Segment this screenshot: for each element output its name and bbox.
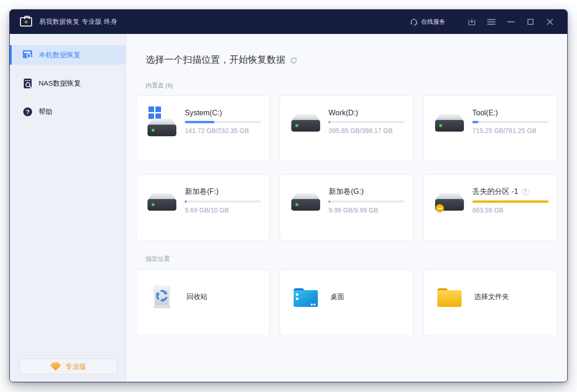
location-label: 选择文件夹 — [474, 292, 509, 301]
drive-usage-bar — [329, 200, 405, 203]
sidebar-item-local-recovery[interactable]: 本机数据恢复 — [10, 45, 126, 65]
drive-usage-bar — [472, 121, 549, 123]
drive-capacity: 395.85 GB/398.17 GB — [329, 127, 405, 134]
app-window: + 易我数据恢复 专业版 终身 在线服务 — [9, 9, 568, 382]
drive-name: 丢失的分区 -1 — [472, 187, 518, 197]
headset-icon — [410, 18, 418, 26]
sidebar-item-help[interactable]: 帮助 — [10, 102, 126, 121]
drive-card-tool-e[interactable]: Tool(E:) 715.25 GB/781.25 GB — [423, 95, 557, 161]
titlebar: + 易我数据恢复 专业版 终身 在线服务 — [10, 10, 567, 34]
drive-usage-bar — [185, 121, 261, 123]
help-icon — [22, 106, 33, 117]
nas-recovery-icon — [22, 78, 33, 88]
download-button[interactable] — [465, 15, 479, 29]
internal-drives-label: 内置盘 (6) — [146, 81, 557, 90]
drive-capacity: 9.99 GB/9.99 GB — [329, 206, 405, 214]
refresh-button[interactable] — [290, 57, 297, 64]
lost-partition-help-icon[interactable]: ? — [522, 188, 529, 195]
drive-capacity: 9.69 GB/10 GB — [185, 206, 261, 214]
locations-grid: 回收站 桌面 选择文件夹 — [136, 270, 557, 336]
recycle-bin-icon — [149, 284, 174, 310]
drive-capacity: 715.25 GB/781.25 GB — [472, 127, 549, 134]
maximize-icon — [527, 19, 534, 25]
drive-card-lost-partition[interactable]: 丢失的分区 -1 ? 663.59 GB — [423, 174, 557, 240]
drive-card-system-c[interactable]: System(C:) 141.72 GB/232.35 GB — [136, 95, 270, 161]
drive-name: 新加卷(F:) — [185, 187, 261, 197]
drive-card-new-volume-f[interactable]: 新加卷(F:) 9.69 GB/10 GB — [136, 174, 270, 240]
pro-version-button[interactable]: 专业版 — [19, 359, 117, 374]
app-title: 易我数据恢复 专业版 终身 — [39, 18, 117, 26]
choose-folder-card[interactable]: 选择文件夹 — [423, 270, 557, 336]
drive-capacity: 141.72 GB/232.35 GB — [185, 127, 261, 134]
internal-drives-grid: System(C:) 141.72 GB/232.35 GB Work(D:) … — [136, 95, 557, 240]
pro-version-label: 专业版 — [66, 362, 87, 371]
close-button[interactable] — [543, 15, 557, 29]
recycle-bin-card[interactable]: 回收站 — [136, 270, 270, 336]
hdd-icon — [148, 186, 177, 215]
hdd-icon — [291, 106, 321, 136]
hdd-icon — [435, 106, 465, 136]
hdd-icon — [291, 186, 321, 215]
maximize-button[interactable] — [523, 15, 537, 29]
sidebar-item-label: NAS数据恢复 — [39, 79, 81, 88]
drive-name: Tool(E:) — [472, 109, 549, 117]
specified-locations-label: 指定位置 — [146, 255, 557, 263]
hdd-lost-icon — [435, 186, 465, 215]
close-icon — [547, 19, 553, 25]
online-service-label: 在线服务 — [421, 18, 445, 26]
drive-name: System(C:) — [185, 109, 261, 117]
gem-icon — [50, 362, 61, 371]
folder-icon — [437, 284, 462, 310]
minimize-icon — [507, 21, 515, 23]
location-label: 桌面 — [330, 292, 344, 301]
location-label: 回收站 — [187, 292, 208, 301]
local-recovery-icon — [22, 50, 33, 60]
minimize-button[interactable] — [504, 15, 518, 29]
drive-usage-bar — [472, 200, 549, 203]
hamburger-menu-icon — [487, 19, 496, 25]
desktop-card[interactable]: 桌面 — [280, 270, 414, 336]
drive-card-new-volume-g[interactable]: 新加卷(G:) 9.99 GB/9.99 GB — [280, 174, 414, 240]
sidebar-item-label: 本机数据恢复 — [39, 51, 81, 60]
refresh-icon — [290, 57, 297, 64]
online-service-button[interactable]: 在线服务 — [410, 18, 445, 26]
windows-logo-icon — [148, 106, 161, 119]
sidebar-item-label: 帮助 — [39, 107, 53, 116]
desktop-folder-icon — [293, 284, 318, 310]
page-title: 选择一个扫描位置，开始恢复数据 — [146, 53, 285, 66]
menu-button[interactable] — [484, 15, 498, 29]
drive-usage-bar — [185, 200, 261, 203]
sidebar: 本机数据恢复 NAS数据恢复 帮助 专业版 — [10, 34, 126, 382]
sidebar-item-nas-recovery[interactable]: NAS数据恢复 — [10, 73, 126, 93]
drive-card-work-d[interactable]: Work(D:) 395.85 GB/398.17 GB — [280, 95, 414, 161]
app-logo-icon: + — [20, 17, 32, 27]
download-icon — [468, 18, 476, 26]
lost-partition-badge-icon — [436, 204, 444, 213]
hdd-system-icon — [148, 106, 177, 136]
drive-capacity: 663.59 GB — [472, 206, 549, 214]
drive-name: Work(D:) — [329, 109, 405, 117]
drive-usage-bar — [329, 121, 405, 123]
main-content: 选择一个扫描位置，开始恢复数据 内置盘 (6) — [126, 34, 567, 382]
drive-name: 新加卷(G:) — [329, 187, 405, 197]
